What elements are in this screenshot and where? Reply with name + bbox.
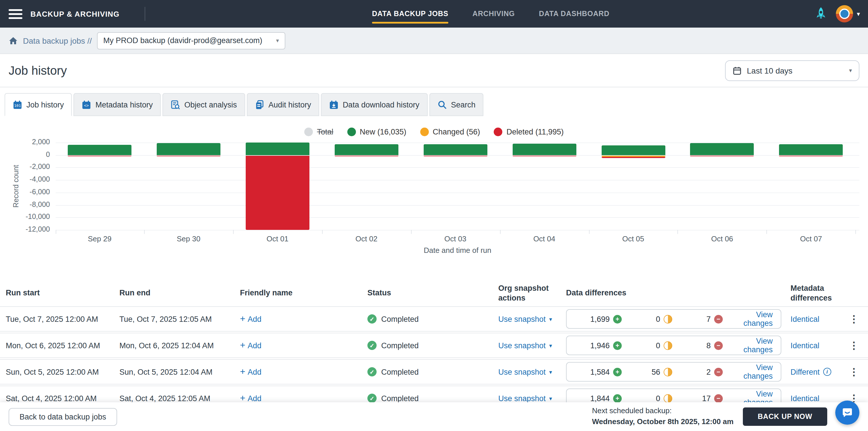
rocket-icon[interactable] [814,6,829,21]
calendar-code-icon: <> [82,100,92,110]
chevron-down-icon[interactable]: ▾ [549,316,552,322]
bar-deleted-sep-30[interactable] [157,155,220,156]
chevron-down-icon[interactable]: ▾ [549,369,552,375]
bar-new-oct-04[interactable] [513,143,576,155]
nav-tab-data-dashboard[interactable]: DATA DASHBOARD [539,0,609,28]
kebab-menu-icon[interactable]: ⋮ [847,340,861,351]
back-up-now-button[interactable]: BACK UP NOW [743,407,827,426]
x-axis-tick-label: Oct 07 [782,234,840,243]
kebab-menu-icon[interactable]: ⋮ [847,366,861,377]
new-count: 1,946 [590,341,610,350]
use-snapshot-button[interactable]: Use snapshot [498,341,546,350]
column-header-org-snapshot-actions: Org snapshot actions [498,284,566,303]
gridline [56,218,859,218]
bar-new-sep-30[interactable] [157,143,220,155]
changed-count: 0 [656,315,660,323]
bar-deleted-oct-04[interactable] [513,155,576,156]
deleted-count: 17 [702,394,711,403]
deleted-records-icon: − [714,394,723,403]
nav-tab-archiving[interactable]: ARCHIVING [472,0,515,28]
svg-text:<>: <> [84,103,89,108]
metadata-diff-link[interactable]: Identical [790,315,819,323]
chevron-down-icon[interactable]: ▾ [549,395,552,401]
legend-item-deleted[interactable]: Deleted (11,995) [494,127,564,136]
data-differences-box: 1,699+ 0 7− View changes [566,309,781,329]
add-friendly-name-button[interactable]: +Add [240,394,261,403]
check-circle-icon: ✓ [367,341,377,350]
add-friendly-name-button[interactable]: +Add [240,341,261,350]
tab-audit-history[interactable]: Audit history [247,93,319,116]
view-changes-link[interactable]: View changes [743,310,773,327]
y-axis-tick-label: -6,000 [3,188,50,196]
kebab-menu-icon[interactable]: ⋮ [847,314,861,324]
bar-new-sep-29[interactable] [68,145,131,155]
use-snapshot-button[interactable]: Use snapshot [498,315,546,323]
view-changes-link[interactable]: View changes [743,363,773,380]
bar-deleted-oct-05[interactable] [601,157,665,158]
x-axis-tick [233,230,234,234]
legend-item-changed[interactable]: Changed (56) [420,127,480,136]
legend-item-total[interactable]: Total [304,127,333,136]
tab-job-history[interactable]: 101 Job history [5,93,72,116]
menu-icon[interactable] [9,9,22,19]
tab-label: Data download history [343,100,420,109]
legend-item-new[interactable]: New (16,035) [347,127,406,136]
nav-tab-data-backup-jobs[interactable]: DATA BACKUP JOBS [372,0,448,28]
check-circle-icon: ✓ [367,314,377,323]
gridline [56,205,859,205]
tab-metadata-history[interactable]: <> Metadata history [74,93,161,116]
new-count: 1,584 [590,368,610,376]
tab-search[interactable]: Search [429,93,484,116]
calendar-download-icon [329,100,339,110]
bar-new-oct-06[interactable] [690,143,754,155]
bar-new-oct-05[interactable] [601,145,665,155]
home-icon[interactable] [9,36,18,45]
y-axis-tick-label: 0 [3,150,50,158]
bar-new-oct-07[interactable] [779,145,843,155]
document-search-icon [170,100,180,110]
bar-deleted-oct-07[interactable] [779,155,843,156]
check-circle-icon: ✓ [367,367,377,376]
deleted-count: 2 [706,368,711,376]
back-to-jobs-button[interactable]: Back to data backup jobs [9,408,117,426]
metadata-diff-link[interactable]: Different [790,368,820,376]
chart-plot: 2,0000-2,000-4,000-6,000-8,000-10,000-12… [56,143,859,230]
chat-widget-button[interactable] [835,401,859,425]
bar-deleted-oct-02[interactable] [335,155,398,156]
view-changes-link[interactable]: View changes [743,337,773,354]
bar-deleted-sep-29[interactable] [68,155,131,156]
bar-deleted-oct-03[interactable] [423,155,487,156]
copy-pages-icon [255,100,265,110]
tab-object-analysis[interactable]: Object analysis [162,93,245,116]
add-friendly-name-button[interactable]: +Add [240,367,261,376]
info-icon[interactable]: i [823,368,831,376]
bar-deleted-oct-01[interactable] [246,155,309,230]
metadata-diff-link[interactable]: Identical [790,394,819,403]
metadata-diff-link[interactable]: Identical [790,341,819,350]
bar-deleted-oct-06[interactable] [690,155,754,156]
x-axis-tick [767,230,767,234]
add-friendly-name-button[interactable]: +Add [240,314,261,323]
date-range-selector[interactable]: Last 10 days ▾ [725,60,859,81]
account-menu[interactable]: ▾ [836,5,860,22]
nav-tabs: DATA BACKUP JOBS ARCHIVING DATA DASHBOAR… [372,0,609,28]
search-icon [437,100,447,110]
y-axis-tick-label: 2,000 [3,138,50,146]
chevron-down-icon[interactable]: ▾ [549,342,552,348]
x-axis-tick-label: Oct 05 [604,234,662,243]
use-snapshot-button[interactable]: Use snapshot [498,394,546,403]
job-selector[interactable]: My PROD backup (davidr-prod@gearset.com)… [97,32,285,49]
column-header-friendly-name: Friendly name [240,288,367,298]
tab-label: Object analysis [184,100,237,109]
breadcrumb-link[interactable]: Data backup jobs // [23,36,92,45]
tab-data-download-history[interactable]: Data download history [321,93,427,116]
bar-new-oct-02[interactable] [335,144,398,155]
changed-count: 56 [652,368,660,376]
run-start-cell: Mon, Oct 6, 2025 12:00 AM [6,341,119,350]
bar-new-oct-01[interactable] [246,143,309,155]
use-snapshot-button[interactable]: Use snapshot [498,368,546,376]
table-header: Run start Run end Friendly name Status O… [0,281,868,306]
title-row: Job history Last 10 days ▾ [0,54,868,87]
bar-new-oct-03[interactable] [423,145,487,155]
column-header-metadata-differences: Metadata differences [790,284,847,303]
